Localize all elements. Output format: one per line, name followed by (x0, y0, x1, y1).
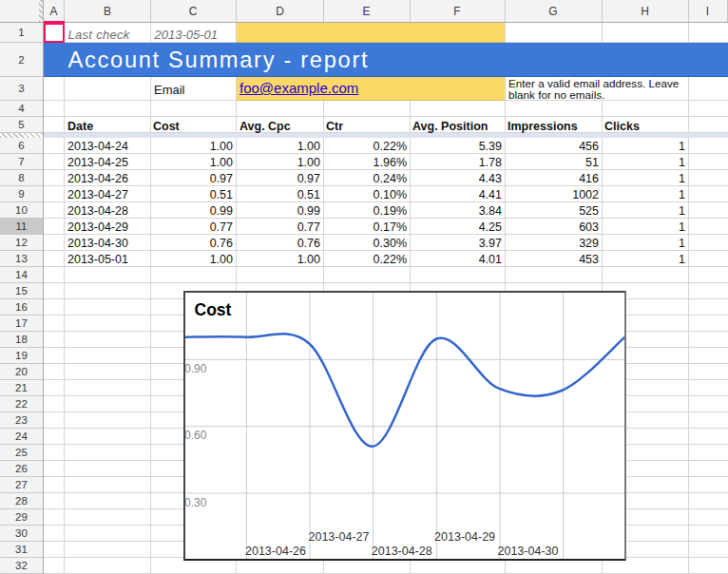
svg-text:2013-04-27: 2013-04-27 (308, 530, 369, 544)
svg-text:2013-04-29: 2013-04-29 (434, 530, 495, 544)
svg-text:0.90: 0.90 (185, 362, 207, 375)
svg-text:0.60: 0.60 (185, 429, 207, 442)
svg-text:2013-04-28: 2013-04-28 (371, 545, 431, 558)
svg-text:2013-04-26: 2013-04-26 (245, 545, 306, 558)
svg-text:2013-04-30: 2013-04-30 (497, 545, 558, 558)
svg-text:0.30: 0.30 (185, 496, 207, 509)
svg-text:Cost: Cost (194, 300, 231, 319)
